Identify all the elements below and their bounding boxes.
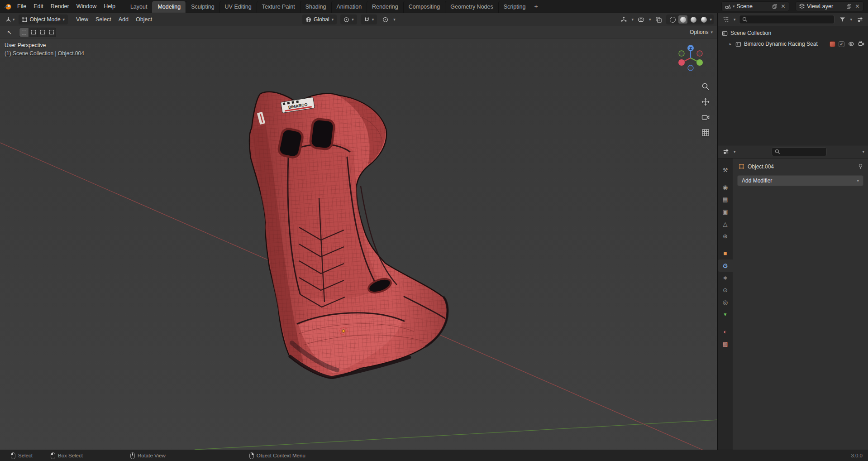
workspace-tabs: LayoutModelingSculptingUV EditingTexture… [125,0,531,13]
hide-eye-icon[interactable] [848,41,854,48]
unlink-scene-icon[interactable]: ✕ [780,3,787,10]
properties-tab[interactable]: △ [718,218,733,230]
magnet-icon[interactable] [364,17,370,23]
outliner-display-options-icon[interactable] [855,14,864,24]
properties-tab[interactable]: ◐ [718,326,733,338]
exclude-checkbox[interactable]: ✓ [839,41,844,47]
properties-tab[interactable]: ⚒ [718,164,733,176]
snap-dropdown[interactable]: ▾ [361,14,377,24]
properties-tab[interactable]: ▣ [718,206,733,218]
outliner-row-scene-collection[interactable]: Scene Collection [718,28,868,38]
tool-settings-bar: ↖ Options ▾ [0,26,717,38]
workspace-tab[interactable]: Geometry Nodes [445,1,498,13]
viewport-menu-item[interactable]: Select [92,14,115,25]
workspace-tab[interactable]: Rendering [367,1,403,13]
select-mode-subtract-icon[interactable] [38,28,47,37]
gizmo-x-axis[interactable] [678,59,685,66]
shading-rendered-icon[interactable] [699,15,708,24]
new-view-layer-icon[interactable] [845,3,852,10]
outliner-tree: Scene Collection ▸ Bimarco Dynamic Racin… [718,26,868,145]
properties-tab[interactable]: ∗ [718,272,733,284]
workspace-tab[interactable]: Scripting [498,1,531,13]
view-layer-selector[interactable]: ViewLayer ✕ [796,1,863,11]
topbar-menu-item[interactable]: Edit [30,1,47,11]
remove-view-layer-icon[interactable]: ✕ [854,3,861,10]
outliner-row-object[interactable]: ▸ Bimarco Dynamic Racing Seat ✓ [718,38,868,49]
blender-logo-icon[interactable] [3,2,13,11]
shading-wireframe-icon[interactable] [668,15,677,24]
transform-orientation-dropdown[interactable]: Global ▾ [302,14,337,24]
shading-solid-icon[interactable] [678,15,687,24]
gizmo-y-axis[interactable] [696,59,703,66]
disable-render-camera-icon[interactable] [858,41,864,48]
options-dropdown[interactable]: Options ▾ [690,29,713,35]
editor-type-properties-icon[interactable] [721,147,730,157]
status-hint-label: Box Select [58,453,83,458]
shading-material-icon[interactable] [689,15,698,24]
properties-tab[interactable]: ◉ [718,181,733,193]
show-gizmo-icon[interactable] [619,14,628,24]
properties-tab[interactable]: ◎ [718,296,733,308]
pivot-point-dropdown[interactable]: ▾ [340,14,357,24]
navigation-gizmo[interactable]: Z [671,38,710,77]
topbar-menu-item[interactable]: Help [100,1,119,11]
viewport-menu-item[interactable]: View [72,14,92,25]
new-scene-icon[interactable] [771,3,778,10]
add-modifier-button[interactable]: Add Modifier ▾ [737,175,863,186]
toggle-xray-icon[interactable] [654,14,663,24]
expand-arrow-icon[interactable]: ▸ [728,42,733,46]
browse-scene-icon[interactable] [724,3,731,10]
workspace-tab[interactable]: Animation [331,1,367,13]
collection-name: Scene Collection [730,30,771,36]
camera-view-icon[interactable] [700,112,711,123]
topbar-menu-item[interactable]: Render [47,1,73,11]
properties-tab[interactable]: ⚙ [718,259,733,272]
status-hint: Object Context Menu [249,452,305,459]
zoom-icon[interactable] [700,81,711,92]
texture-icon: ▩ [722,341,728,347]
properties-tab[interactable]: ▩ [718,338,733,350]
viewport-menu-item[interactable]: Object [132,14,156,25]
move-view-icon[interactable] [700,96,711,107]
chevron-down-icon[interactable]: ▾ [710,18,712,22]
properties-search-input[interactable] [772,147,827,156]
workspace-tab[interactable]: UV Editing [219,1,257,13]
show-overlays-icon[interactable] [637,14,646,24]
viewport-menu-item[interactable]: Add [115,14,132,25]
viewport-canvas[interactable]: BIMARCO User Perspective (1) Scene Colle… [0,38,717,450]
editor-type-3d-viewport-icon[interactable] [4,14,13,24]
pin-icon[interactable] [858,163,863,169]
properties-tab[interactable]: ■ [718,247,733,259]
select-mode-extend-icon[interactable] [29,28,38,37]
workspace-tab[interactable]: Sculpting [186,1,219,13]
topbar-menu-item[interactable]: Window [73,1,100,11]
status-hint-label: Rotate View [138,453,166,458]
filter-icon[interactable] [838,14,847,24]
topbar-menu-item[interactable]: File [14,1,30,11]
toggle-ortho-grid-icon[interactable] [700,127,711,138]
properties-tab[interactable]: ▤ [718,193,733,206]
workspace-tab[interactable]: Compositing [403,1,445,13]
add-workspace-button[interactable]: + [530,3,541,10]
workspace-tab[interactable]: Modeling [152,1,186,13]
workspace-tab[interactable]: Layout [125,1,153,13]
properties-tab[interactable]: ▼ [718,308,733,321]
active-tool-select-box-icon[interactable]: ↖ [5,28,14,37]
workspace-tab[interactable]: Shading [300,1,331,13]
proportional-editing-icon[interactable] [381,14,390,24]
mode-dropdown[interactable]: Object Mode ▾ [19,14,68,24]
properties-tab[interactable]: ⊙ [718,284,733,296]
harness-hole-right [310,118,334,149]
workspace-tab[interactable]: Texture Paint [257,1,300,13]
gizmo-minus-x-axis[interactable] [697,51,702,56]
view-layer-icon [798,3,805,10]
racing-seat-model[interactable]: BIMARCO [247,89,450,379]
gizmo-minus-y-axis[interactable] [679,51,684,56]
outliner-search-input[interactable] [739,15,835,24]
select-mode-new-icon[interactable] [19,28,29,37]
editor-type-outliner-icon[interactable] [721,14,730,24]
properties-tab[interactable]: ⊕ [718,230,733,242]
select-mode-invert-icon[interactable] [47,28,56,37]
gizmo-minus-z-axis[interactable] [688,65,693,71]
scene-selector[interactable]: ▾ Scene ✕ [721,1,789,11]
